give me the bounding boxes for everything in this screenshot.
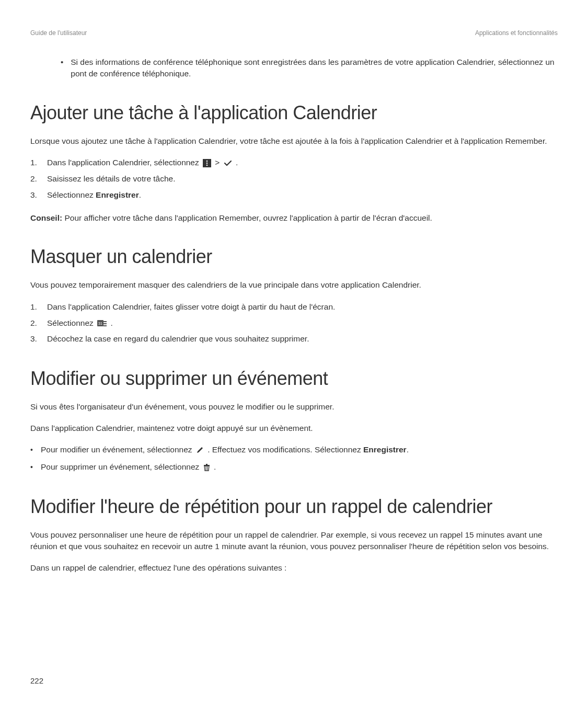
section3-bullet-1: • Pour modifier un événement, sélectionn… [30, 443, 558, 457]
section3-b1-b: . Effectuez vos modifications. Sélection… [207, 445, 363, 454]
section1-intro: Lorsque vous ajoutez une tâche à l'appli… [30, 135, 558, 147]
header-left: Guide de l'utilisateur [30, 29, 87, 37]
section1-step3-text-a: Sélectionnez [47, 190, 96, 199]
section3-b1-c: Enregistrer [363, 445, 407, 454]
section1-step1-text-c: . [236, 158, 238, 167]
svg-rect-10 [206, 464, 207, 465]
page-header: Guide de l'utilisateur Applications et f… [30, 29, 558, 37]
svg-text:31: 31 [98, 322, 102, 325]
section1-step3-text-c: . [139, 190, 141, 199]
section2-step2-text-a: Sélectionnez [47, 318, 96, 327]
header-right: Applications et fonctionnalités [475, 29, 558, 37]
section1-step1-text-b: > [215, 158, 222, 167]
section1-step2-text: Saisissez les détails de votre tâche. [47, 173, 176, 186]
bullet-dot: • [61, 56, 63, 80]
section1-title: Ajouter une tâche à l'application Calend… [30, 102, 558, 124]
section3-bullet-2: • Pour supprimer un événement, sélection… [30, 461, 558, 474]
more-vert-icon [203, 159, 211, 167]
trash-icon [203, 463, 210, 471]
section3-b2-a: Pour supprimer un événement, sélectionne… [41, 462, 202, 471]
calendar-filter-icon: 31 [97, 320, 107, 327]
section4-p1: Vous pouvez personnaliser une heure de r… [30, 529, 558, 553]
page-number: 222 [30, 676, 43, 685]
section4-p2: Dans un rappel de calendrier, effectuez … [30, 562, 558, 574]
section3-b2-b: . [214, 462, 216, 471]
bullet-dot: • [30, 461, 41, 473]
section3-b1-a: Pour modifier un événement, sélectionnez [41, 445, 194, 454]
section4-title: Modifier l'heure de répétition pour un r… [30, 496, 558, 518]
svg-rect-6 [103, 321, 107, 322]
section1-conseil: Conseil: Pour afficher votre tâche dans … [30, 212, 558, 224]
svg-rect-8 [103, 325, 107, 326]
section1-step-2: 2. Saisissez les détails de votre tâche. [30, 173, 558, 186]
section3-p2: Dans l'application Calendrier, maintenez… [30, 423, 558, 434]
section1-step-3: 3. Sélectionnez Enregistrer. [30, 189, 558, 202]
edit-icon [196, 446, 204, 454]
section3-bullets: • Pour modifier un événement, sélectionn… [30, 443, 558, 474]
section2-step-2: 2. Sélectionnez 31 . [30, 317, 558, 330]
conseil-label: Conseil: [30, 213, 62, 222]
section2-step3-text: Décochez la case en regard du calendrier… [47, 333, 309, 346]
section1-step-1: 1. Dans l'application Calendrier, sélect… [30, 156, 558, 169]
section2-intro: Vous pouvez temporairement masquer des c… [30, 279, 558, 291]
section2-step1-text: Dans l'application Calendrier, faites gl… [47, 301, 335, 314]
section2-step2-text-b: . [110, 318, 112, 327]
section2-step-3: 3. Décochez la case en regard du calendr… [30, 333, 558, 346]
svg-point-1 [206, 161, 208, 162]
section2-step-1: 1. Dans l'application Calendrier, faites… [30, 301, 558, 314]
section2-steps: 1. Dans l'application Calendrier, faites… [30, 301, 558, 346]
svg-point-2 [206, 163, 208, 164]
svg-point-3 [206, 165, 208, 166]
section1-steps: 1. Dans l'application Calendrier, sélect… [30, 156, 558, 201]
section1-step3-text-b: Enregistrer [96, 190, 139, 199]
section3-title: Modifier ou supprimer un événement [30, 368, 558, 390]
check-icon [224, 160, 232, 167]
section3-p1: Si vous êtes l'organisateur d'un événeme… [30, 401, 558, 413]
section1-step1-text-a: Dans l'application Calendrier, sélection… [47, 158, 201, 167]
intro-bullet: • Si des informations de conférence télé… [61, 56, 558, 80]
section2-title: Masquer un calendrier [30, 246, 558, 268]
bullet-dot: • [30, 444, 41, 456]
intro-bullet-text: Si des informations de conférence téléph… [71, 56, 558, 80]
svg-rect-7 [103, 323, 107, 324]
section3-b1-d: . [407, 445, 409, 454]
conseil-text: Pour afficher votre tâche dans l'applica… [62, 213, 432, 222]
